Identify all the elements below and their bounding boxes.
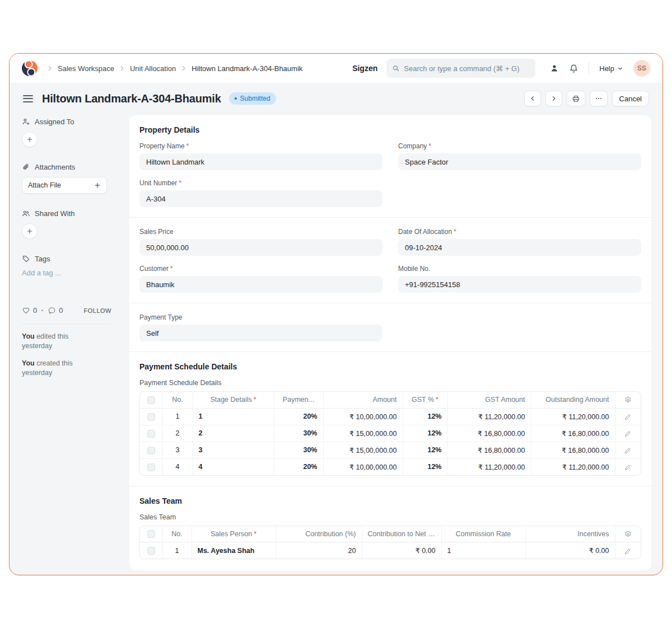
chevron-right-icon (46, 65, 53, 72)
cell-gst-pct: 12% (403, 442, 447, 458)
sidebar-toggle-icon[interactable] (23, 95, 33, 102)
paperclip-icon (22, 163, 30, 171)
attach-file-button[interactable]: Attach File (22, 177, 107, 194)
cell-outstanding: ₹ 11,20,000.00 (531, 458, 615, 475)
cell-stage: 1 (193, 408, 274, 425)
col-no: No. (171, 530, 182, 538)
col-outstanding-amount: Outstanding Amount (545, 396, 609, 404)
tags-label: Tags (35, 255, 50, 263)
cell-contribution-net: ₹ 0.00 (362, 542, 441, 559)
tags-section: Tags (22, 255, 111, 263)
cell-gst-pct: 12% (403, 408, 447, 425)
grid-settings-gear-icon[interactable] (624, 396, 632, 404)
field-label: Mobile No. (398, 265, 430, 273)
row-checkbox[interactable] (147, 430, 155, 438)
cell-no: 1 (162, 408, 193, 425)
menu-ellipsis-button[interactable] (590, 91, 608, 106)
sales-team-table: No. Sales Person* Contribution (%) Contr… (139, 526, 641, 560)
reactions-row: 0 0 FOLLOW (22, 306, 111, 315)
add-tag-input[interactable]: Add a tag ... (22, 269, 111, 277)
user-avatar[interactable]: SS (633, 60, 650, 77)
select-all-checkbox[interactable] (147, 530, 155, 538)
previous-document-button[interactable] (524, 91, 541, 106)
activity-action: edited this (36, 332, 68, 340)
breadcrumb-item-doctype[interactable]: Unit Allocation (130, 64, 176, 73)
edit-row-pencil-icon[interactable] (624, 548, 631, 555)
row-checkbox[interactable] (147, 547, 155, 555)
breadcrumb-item-document[interactable]: Hiltown Landmark-A-304-Bhaumik (192, 64, 302, 73)
edit-row-pencil-icon[interactable] (624, 430, 631, 437)
field-label: Sales Price (139, 228, 174, 236)
people-icon (22, 209, 30, 218)
print-button[interactable] (567, 91, 585, 106)
title-bar: Hiltown Landmark-A-304-Bhaumik Submitted… (23, 91, 649, 106)
notifications-bell-icon[interactable] (569, 64, 578, 73)
edit-row-pencil-icon[interactable] (624, 464, 631, 471)
activity-entry: You created this yesterday (22, 359, 89, 378)
global-search[interactable] (386, 59, 535, 78)
required-marker: * (428, 142, 431, 150)
shared-with-section: Shared With (22, 209, 111, 218)
heart-icon[interactable] (22, 306, 30, 315)
mobile-no-input: +91-9925154158 (398, 276, 641, 293)
sigzen-logo-icon[interactable] (20, 58, 39, 78)
payment-type-input: Self (139, 325, 382, 341)
col-stage-details: Stage Details (210, 396, 251, 404)
sales-team-table-label: Sales Team (139, 513, 641, 521)
add-share-button[interactable] (22, 223, 38, 239)
cell-incentives: ₹ 0.00 (525, 542, 615, 559)
navbar: Sales Workspace Unit Allocation Hiltown … (10, 54, 662, 83)
field-sales-price: Sales Price 50,00,000.00 (139, 228, 382, 256)
required-marker: * (454, 228, 456, 236)
form-card: Property Details Property Name* Hiltown … (129, 115, 651, 570)
cell-no: 1 (162, 542, 192, 559)
unit-number-input: A-304 (139, 190, 382, 207)
select-all-checkbox[interactable] (147, 396, 155, 404)
section-heading-property-details: Property Details (139, 125, 641, 134)
cell-no: 3 (162, 442, 193, 458)
row-checkbox[interactable] (147, 463, 155, 471)
user-sessions-icon[interactable] (550, 64, 559, 73)
attachments-label: Attachments (35, 163, 75, 171)
field-property-name: Property Name* Hiltown Landmark (139, 142, 382, 170)
edit-row-pencil-icon[interactable] (624, 447, 631, 454)
required-marker: * (254, 396, 256, 404)
cell-stage: 2 (193, 425, 274, 442)
cell-stage: 3 (193, 442, 274, 458)
cell-gst-amount: ₹ 16,80,000.00 (447, 442, 531, 458)
assign-user-icon (22, 118, 30, 126)
help-menu[interactable]: Help (599, 64, 623, 73)
cancel-button[interactable]: Cancel (612, 91, 649, 106)
cell-sales-person: Ms. Ayesha Shah (192, 542, 276, 559)
attach-file-label: Attach File (28, 181, 61, 189)
field-date-of-allocation: Date Of Allocation* 09-10-2024 (398, 228, 641, 256)
search-input[interactable] (404, 64, 530, 73)
comment-icon[interactable] (48, 306, 56, 315)
add-assignment-button[interactable] (22, 132, 38, 147)
cell-amount: ₹ 10,00,000.00 (323, 408, 403, 425)
follow-button[interactable]: FOLLOW (84, 307, 111, 314)
field-label: Customer (139, 265, 169, 273)
col-contribution-net: Contribution to Net T... (368, 530, 437, 538)
field-label: Property Name (139, 142, 185, 150)
breadcrumb-item-workspace[interactable]: Sales Workspace (58, 64, 114, 73)
table-row: 1 1 20% ₹ 10,00,000.00 12% ₹ 11,20,000.0… (140, 408, 641, 425)
row-checkbox[interactable] (147, 413, 155, 421)
status-dot-icon (235, 97, 237, 100)
edit-row-pencil-icon[interactable] (624, 414, 631, 420)
status-badge: Submitted (229, 92, 276, 105)
field-label: Payment Type (139, 313, 183, 321)
grid-settings-gear-icon[interactable] (624, 531, 632, 538)
cell-gst-amount: ₹ 11,20,000.00 (447, 458, 531, 475)
app-window: Sales Workspace Unit Allocation Hiltown … (9, 53, 663, 575)
table-row: 3 3 30% ₹ 15,00,000.00 12% ₹ 16,80,000.0… (140, 442, 641, 458)
chevron-right-icon (180, 65, 187, 72)
company-input: Space Factor (398, 153, 641, 170)
cell-amount: ₹ 10,00,000.00 (323, 458, 403, 475)
col-incentives: Incentives (577, 530, 609, 538)
activity-time: yesterday (22, 341, 89, 351)
chevron-down-icon (617, 65, 623, 72)
next-document-button[interactable] (545, 91, 562, 106)
shared-with-label: Shared With (35, 209, 75, 218)
row-checkbox[interactable] (147, 447, 155, 454)
